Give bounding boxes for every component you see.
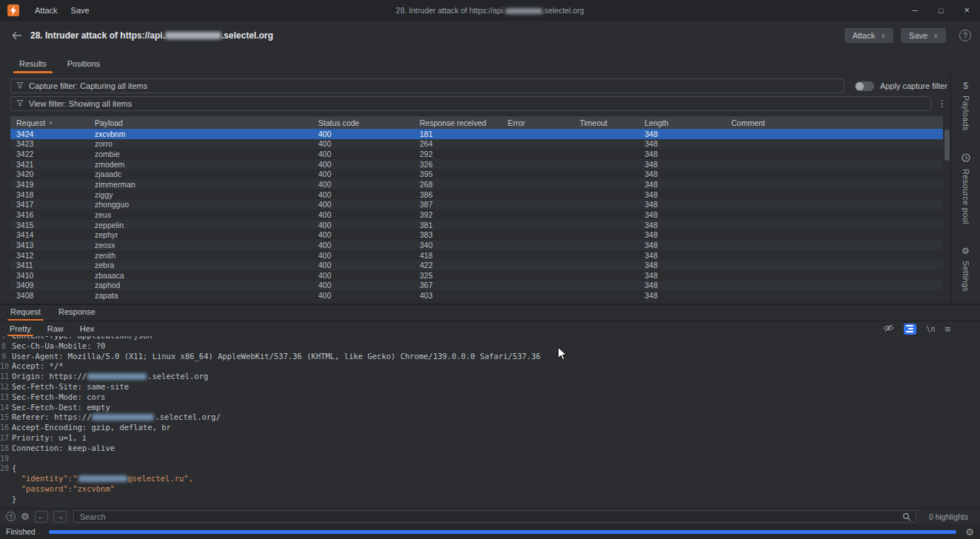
- table-row[interactable]: 3421zmodem400326348: [10, 159, 943, 170]
- line-number: 19: [0, 454, 12, 464]
- table-row[interactable]: 3424zxcvbnm400181348: [10, 129, 943, 139]
- cell-status-code: 400: [312, 200, 414, 209]
- tab-response[interactable]: Response: [50, 304, 104, 321]
- menu-attack[interactable]: Attack: [28, 6, 64, 15]
- cell-payload: zorro: [89, 139, 312, 148]
- next-match-button[interactable]: →: [53, 511, 67, 523]
- view-tabs-row: PrettyRawHex \n ≡: [0, 321, 980, 336]
- table-row[interactable]: 3408zapata400403348: [10, 290, 943, 301]
- window-controls: ─ □ ×: [912, 4, 973, 16]
- table-row[interactable]: 3416zeus400392348: [10, 210, 943, 220]
- search-help-icon[interactable]: ?: [6, 512, 16, 521]
- cell-request: 3421: [10, 160, 89, 169]
- search-settings-gear-icon[interactable]: ⚙: [21, 512, 30, 521]
- cell-length: 348: [639, 160, 725, 169]
- kebab-menu-icon[interactable]: ⋮: [937, 98, 947, 109]
- cell-payload: zaphod: [89, 281, 312, 289]
- cell-request: 3411: [10, 261, 89, 270]
- menu-save[interactable]: Save: [64, 6, 96, 15]
- table-row[interactable]: 3417zhongguo400387348: [10, 199, 943, 210]
- table-row[interactable]: 3409zaphod400367348: [10, 281, 943, 291]
- table-row[interactable]: 3419zimmerman400268348: [10, 179, 943, 190]
- dock-item-settings[interactable]: ⚙Settings: [961, 247, 970, 292]
- line-number: 7: [0, 336, 12, 341]
- line-number: 12: [0, 382, 12, 392]
- table-row[interactable]: 3415zeppelin400381348: [10, 220, 943, 230]
- back-button[interactable]: [9, 27, 25, 44]
- column-header-status-code[interactable]: Status code: [312, 118, 414, 127]
- tab-positions[interactable]: Positions: [57, 54, 111, 73]
- table-row[interactable]: 3414zephyr400383348: [10, 230, 943, 240]
- previous-match-button[interactable]: ←: [35, 511, 48, 523]
- close-button[interactable]: ×: [964, 4, 970, 16]
- line-number: [0, 474, 12, 484]
- attack-button[interactable]: Attack∨: [845, 28, 893, 43]
- column-header-response-received[interactable]: Response received: [414, 118, 502, 127]
- cell-payload: zeus: [89, 210, 312, 219]
- cell-status-code: 400: [312, 241, 414, 250]
- tab-request[interactable]: Request: [1, 304, 50, 321]
- search-input[interactable]: [73, 510, 916, 523]
- hide-matches-eye-icon[interactable]: [883, 324, 894, 334]
- code-segment: @selectel.ru",: [128, 474, 194, 483]
- scrollbar-thumb[interactable]: [944, 130, 950, 161]
- line-number: 14: [0, 403, 12, 413]
- dock-label: Settings: [961, 261, 970, 292]
- code-segment: }: [12, 495, 16, 503]
- code-segment: Connection: keep-alive: [12, 443, 115, 452]
- save-button[interactable]: Save∨: [901, 28, 946, 43]
- tab-pretty[interactable]: Pretty: [1, 321, 39, 336]
- tab-results[interactable]: Results: [9, 54, 57, 73]
- column-header-comment[interactable]: Comment: [725, 118, 943, 127]
- cell-response-received: 403: [414, 291, 502, 300]
- cell-length: 348: [639, 291, 725, 300]
- capture-filter-bar[interactable]: Capture filter: Capturing all items: [10, 78, 845, 93]
- table-row[interactable]: 3423zorro400264348: [10, 139, 943, 150]
- table-row[interactable]: 3410zbaaaca400325348: [10, 270, 943, 281]
- column-header-request[interactable]: Request∨: [10, 118, 89, 127]
- table-row[interactable]: 3412zenith400418348: [10, 250, 943, 261]
- window-title: 28. Intruder attack of https://api..sele…: [396, 6, 584, 15]
- cell-response-received: 418: [414, 251, 502, 260]
- cell-request: 3415: [10, 221, 89, 230]
- tab-raw[interactable]: Raw: [39, 321, 72, 336]
- results-content: Capture filter: Capturing all items Appl…: [0, 74, 950, 304]
- capture-filter-toggle[interactable]: [855, 81, 874, 91]
- editor-menu-icon[interactable]: ≡: [944, 324, 950, 335]
- line-number: 10: [0, 361, 12, 372]
- show-newlines-icon[interactable]: \n: [926, 325, 935, 333]
- code-segment: "password":"zxcvbnm": [12, 484, 115, 493]
- table-row[interactable]: 3418ziggy400386348: [10, 190, 943, 200]
- table-row[interactable]: 3411zebra400422348: [10, 260, 943, 270]
- column-header-payload[interactable]: Payload: [89, 118, 312, 127]
- cell-response-received: 326: [414, 160, 502, 169]
- cell-request: 3419: [10, 180, 89, 189]
- cell-request: 3423: [10, 139, 89, 148]
- column-header-length[interactable]: Length: [639, 118, 725, 127]
- cell-payload: zxcvbnm: [89, 130, 312, 138]
- status-settings-gear-icon[interactable]: ⚙: [965, 527, 974, 537]
- cell-request: 3412: [10, 251, 89, 260]
- table-row[interactable]: 3420zjaaadc400395348: [10, 170, 943, 180]
- minimize-button[interactable]: ─: [912, 6, 918, 15]
- pretty-print-active-icon[interactable]: [904, 324, 916, 335]
- cell-status-code: 400: [312, 190, 414, 199]
- maximize-button[interactable]: □: [939, 6, 944, 15]
- cell-response-received: 383: [414, 230, 502, 239]
- redacted-text: [506, 8, 543, 14]
- page-title: 28. Intruder attack of https://api..sele…: [30, 30, 273, 41]
- help-icon[interactable]: ?: [959, 30, 971, 41]
- dock-item-payloads[interactable]: $Payloads: [961, 81, 970, 131]
- view-filter-bar[interactable]: View filter: Showing all items: [10, 96, 931, 111]
- request-editor[interactable]: 7Content-Type: application/json8Sec-Ch-U…: [0, 336, 980, 508]
- table-row[interactable]: 3413zeosx400340348: [10, 240, 943, 250]
- column-header-timeout[interactable]: Timeout: [574, 118, 639, 127]
- cell-status-code: 400: [312, 281, 414, 289]
- cell-response-received: 392: [414, 210, 502, 219]
- table-scrollbar[interactable]: [944, 129, 950, 301]
- cell-status-code: 400: [312, 221, 414, 230]
- dock-item-resource-pool[interactable]: Resource pool: [961, 153, 970, 224]
- tab-hex[interactable]: Hex: [72, 321, 103, 336]
- table-row[interactable]: 3422zombie400292348: [10, 149, 943, 159]
- column-header-error[interactable]: Error: [502, 118, 574, 127]
